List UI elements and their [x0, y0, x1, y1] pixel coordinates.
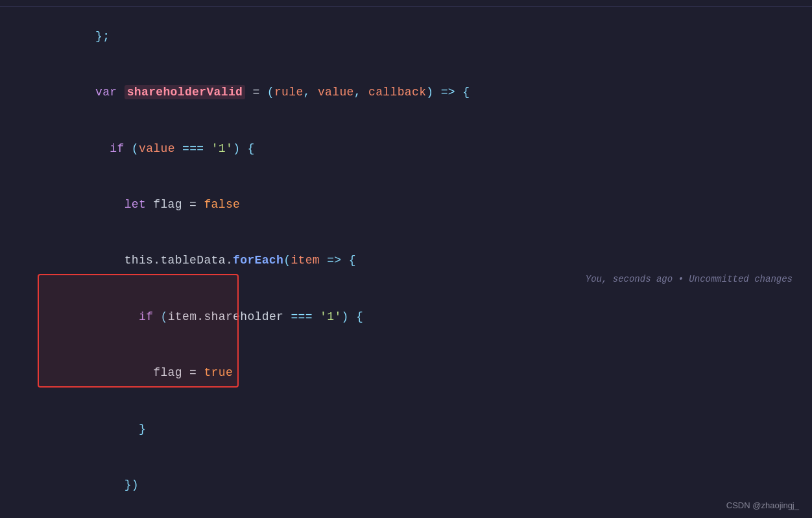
watermark: CSDN @zhaojingj_: [726, 500, 799, 510]
code-text-9: if (flag === true) {: [52, 513, 812, 518]
code-text-5: if (item.shareholder === '1') {: [52, 289, 812, 345]
code-text-7: }: [52, 401, 812, 457]
code-editor: }; var shareholderValid = (rule, value, …: [0, 0, 812, 518]
code-line-7: }: [0, 401, 812, 457]
code-line-8: }): [0, 457, 812, 513]
code-text-2: if (value === '1') {: [52, 121, 812, 177]
code-line-3: let flag = false: [0, 177, 812, 232]
code-line-6: flag = true: [0, 345, 812, 401]
code-text-3: let flag = false: [52, 177, 812, 232]
code-text-8: }): [52, 457, 812, 513]
code-text-6: flag = true: [52, 345, 812, 401]
git-blame-annotation: You, seconds ago • Uncommitted changes: [586, 274, 793, 284]
code-line-partial: };: [0, 6, 812, 64]
code-text: };: [52, 8, 812, 64]
code-line-2: if (value === '1') {: [0, 121, 812, 177]
code-line-1: var shareholderValid = (rule, value, cal…: [0, 64, 812, 120]
code-line-9: if (flag === true) {: [0, 513, 812, 518]
code-text-1: var shareholderValid = (rule, value, cal…: [52, 64, 812, 120]
code-line-5: if (item.shareholder === '1') {: [0, 289, 812, 345]
